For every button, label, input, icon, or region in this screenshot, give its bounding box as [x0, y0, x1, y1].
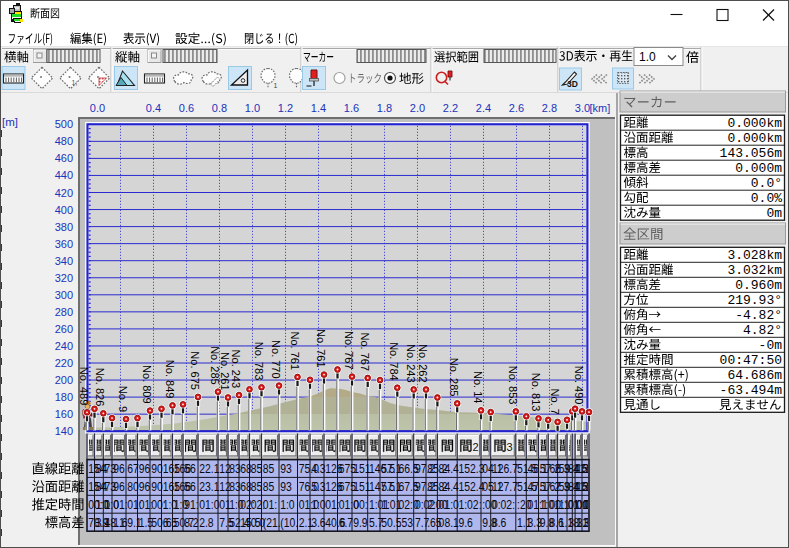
svg-text:84.4: 84.4 [439, 479, 460, 493]
svg-text:[m]: [m] [2, 116, 18, 128]
svg-text:140: 140 [55, 425, 73, 437]
svg-text:80: 80 [127, 479, 139, 493]
svg-text:No. 243: No. 243 [230, 350, 242, 389]
svg-text:200: 200 [55, 374, 73, 386]
svg-text:360: 360 [55, 238, 73, 250]
svg-text:300: 300 [55, 289, 73, 301]
svg-text:240: 240 [55, 340, 73, 352]
svg-text:85: 85 [251, 479, 263, 493]
svg-text:83: 83 [229, 461, 241, 475]
svg-text:No. 761: No. 761 [289, 331, 301, 370]
svg-text:23.1: 23.1 [199, 479, 219, 493]
svg-text:1;: 1; [72, 79, 78, 86]
svg-text:00:47:50: 00:47:50 [720, 353, 782, 368]
svg-text:1.4: 1.4 [311, 102, 326, 114]
svg-text:90: 90 [151, 479, 163, 493]
svg-text:151: 151 [353, 461, 370, 475]
svg-text:400: 400 [55, 204, 73, 216]
svg-text:No. 767: No. 767 [343, 331, 355, 370]
svg-text:96: 96 [139, 479, 151, 493]
svg-text:56: 56 [184, 479, 196, 493]
svg-text:3: 3 [507, 441, 513, 453]
svg-text:-4.82°: -4.82° [735, 308, 782, 323]
svg-text:-63.494m: -63.494m [720, 383, 783, 398]
svg-text:.53: .53 [399, 515, 414, 529]
svg-text:83: 83 [229, 479, 241, 493]
svg-text:No. 809: No. 809 [141, 365, 153, 404]
svg-text:0:02:: 0:02: [492, 497, 515, 511]
svg-text:9.9: 9.9 [353, 515, 367, 529]
svg-text:5.3: 5.3 [311, 479, 326, 493]
svg-text:0.8: 0.8 [212, 102, 227, 114]
svg-text:0.960m: 0.960m [735, 278, 782, 293]
svg-text:152.4: 152.4 [458, 479, 484, 493]
svg-text:0.0°: 0.0° [751, 176, 782, 191]
svg-text:85: 85 [251, 461, 263, 475]
svg-text:67: 67 [127, 461, 139, 475]
svg-text:No. 490: No. 490 [573, 366, 585, 405]
svg-text:1.6: 1.6 [344, 102, 359, 114]
svg-text:93: 93 [280, 461, 292, 475]
svg-text:340: 340 [55, 255, 73, 267]
svg-text:93: 93 [280, 479, 292, 493]
svg-text:0.000km: 0.000km [727, 116, 782, 131]
svg-text:1:0: 1:0 [311, 497, 326, 511]
svg-text:1:02:: 1:02: [458, 497, 481, 511]
svg-text:No. 767: No. 767 [359, 332, 371, 371]
svg-text:01:0: 01:0 [199, 497, 220, 511]
svg-text:96: 96 [139, 461, 151, 475]
svg-text:01:0: 01:0 [439, 497, 460, 511]
svg-text:260: 260 [55, 323, 73, 335]
svg-text:2.8: 2.8 [199, 515, 214, 529]
svg-text:4.3: 4.3 [311, 461, 326, 475]
svg-text:440: 440 [55, 169, 73, 181]
svg-text:8.2: 8.2 [184, 515, 198, 529]
svg-text:1.6: 1.6 [113, 515, 128, 529]
svg-text:6.7: 6.7 [339, 515, 353, 529]
svg-text:56: 56 [184, 461, 196, 475]
svg-text:1.2: 1.2 [278, 102, 293, 114]
svg-text:No. 849: No. 849 [164, 360, 176, 399]
svg-text:No. 761: No. 761 [315, 329, 327, 368]
svg-text:No. 9: No. 9 [117, 386, 129, 412]
svg-text:22.1: 22.1 [199, 461, 219, 475]
svg-text:3D: 3D [567, 79, 578, 89]
svg-text:1.0: 1.0 [245, 102, 260, 114]
svg-text:85: 85 [263, 479, 275, 493]
svg-text:No. 285: No. 285 [448, 358, 460, 397]
svg-text:1.8: 1.8 [377, 102, 392, 114]
svg-text:90: 90 [151, 461, 163, 475]
svg-text:3.028km: 3.028km [727, 248, 782, 263]
svg-text:No. 262: No. 262 [417, 344, 429, 383]
svg-text:No. 770: No. 770 [270, 340, 282, 379]
svg-text:219.93°: 219.93° [727, 293, 782, 308]
svg-text:08.1: 08.1 [439, 515, 459, 529]
svg-text:151: 151 [353, 479, 370, 493]
svg-text:85: 85 [263, 461, 275, 475]
svg-text:No. 489: No. 489 [78, 367, 90, 406]
svg-text:No. 784: No. 784 [388, 342, 400, 381]
svg-text:2.6: 2.6 [509, 102, 524, 114]
svg-text:[km]: [km] [590, 102, 611, 114]
svg-text:143.056m: 143.056m [720, 146, 783, 161]
svg-text:460: 460 [55, 152, 73, 164]
svg-text:No. 813: No. 813 [530, 373, 542, 412]
svg-text:(10.: (10. [280, 515, 298, 529]
svg-text:3.6: 3.6 [311, 515, 326, 529]
svg-text:1:0: 1:0 [280, 497, 295, 511]
svg-text:0.0: 0.0 [90, 102, 105, 114]
svg-text:2.0: 2.0 [410, 102, 425, 114]
svg-text:01:: 01: [325, 497, 339, 511]
svg-text:160: 160 [55, 408, 73, 420]
svg-text:0.000m: 0.000m [735, 161, 782, 176]
svg-text:01:: 01: [113, 497, 127, 511]
svg-text:(21.: (21. [263, 515, 281, 529]
svg-text:380: 380 [55, 221, 73, 233]
svg-text:8.6: 8.6 [492, 515, 507, 529]
svg-text:3.0: 3.0 [575, 102, 590, 114]
svg-text:1.0: 1.0 [639, 50, 656, 64]
svg-text:3.032km: 3.032km [727, 263, 782, 278]
svg-text:220: 220 [55, 357, 73, 369]
svg-text:320: 320 [55, 272, 73, 284]
svg-text:01:: 01: [263, 497, 277, 511]
